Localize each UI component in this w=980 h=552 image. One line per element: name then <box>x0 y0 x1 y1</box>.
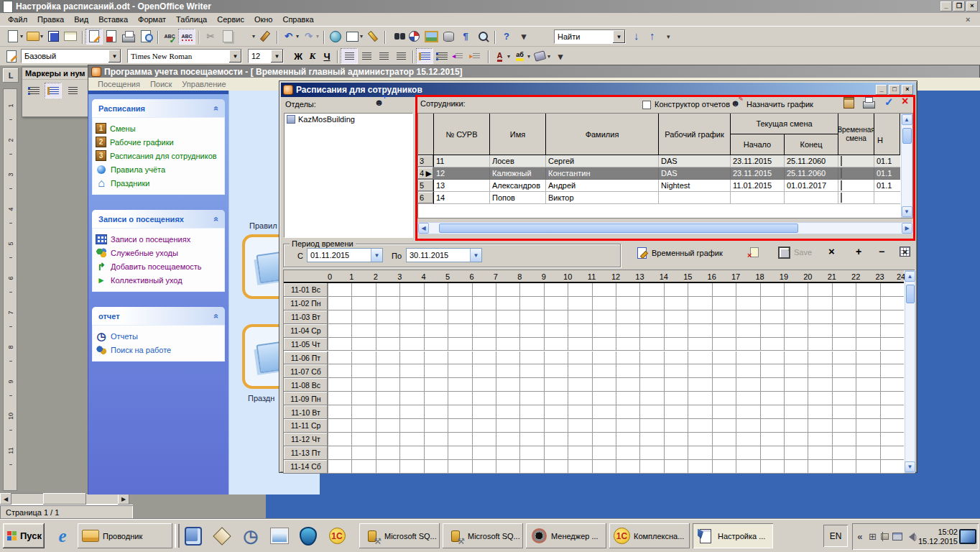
row-number-cell[interactable]: 5 <box>418 180 434 192</box>
temp-column-header[interactable]: Временная смена <box>838 114 874 155</box>
period-from-datepicker[interactable]: 01.11.2015▼ <box>307 248 383 262</box>
table-row[interactable]: 513АлександровАндрейNightest11.01.201501… <box>418 180 900 192</box>
table-cell[interactable] <box>785 192 838 204</box>
align-left-icon[interactable] <box>64 83 81 98</box>
horizontal-scrollbar[interactable]: ◀ ▶ <box>0 493 129 505</box>
table-cell[interactable] <box>731 192 785 204</box>
column-header[interactable]: № СУРВ <box>434 114 490 155</box>
sidebar-item[interactable]: ►Коллективный уход <box>96 273 221 287</box>
scroll-left-icon[interactable]: ◀ <box>0 493 11 505</box>
table-row[interactable]: 311ЛосевСергейDAS23.11.201525.11.206001.… <box>418 155 900 167</box>
autospellcheck-icon[interactable] <box>178 29 195 45</box>
column-header[interactable]: Имя <box>490 114 546 155</box>
group-column-header[interactable]: Текущая смена <box>731 114 838 134</box>
sidebar-item[interactable]: Правила учёта <box>96 162 221 176</box>
day-row-header[interactable]: 11-14 Сб <box>284 460 328 474</box>
bullets-icon[interactable] <box>25 83 42 98</box>
day-row[interactable] <box>328 297 904 310</box>
sign-pen-icon[interactable] <box>210 525 234 547</box>
dropdown-icon[interactable]: ▼ <box>371 249 382 262</box>
day-row[interactable] <box>328 364 904 378</box>
sub-column-header[interactable]: Начало <box>731 134 785 155</box>
bold-button[interactable]: Ж <box>291 51 305 62</box>
tray-collapse-icon[interactable]: « <box>854 530 866 543</box>
align-right-icon[interactable] <box>375 48 392 64</box>
sub-column-header[interactable]: Конец <box>785 134 838 155</box>
find-replace-icon[interactable] <box>388 29 405 45</box>
data-sources-icon[interactable] <box>440 29 457 45</box>
dropdown-icon[interactable]: ▼ <box>229 50 241 63</box>
language-indicator[interactable]: EN <box>823 525 848 547</box>
row-number-cell[interactable]: 6 <box>418 192 434 204</box>
help-icon[interactable]: ? <box>498 29 515 45</box>
table-cell[interactable]: 23.11.2015 <box>731 167 785 180</box>
delete-schedule-icon[interactable] <box>748 247 760 258</box>
edit-file-icon[interactable] <box>85 29 103 45</box>
day-row-header[interactable]: 11-09 Пн <box>284 392 328 405</box>
find-previous-icon[interactable]: ↑ <box>650 29 655 42</box>
dropdown-icon[interactable]: ▼ <box>271 50 283 63</box>
writer-menu-item[interactable]: Файл <box>3 14 32 25</box>
table-horizontal-scrollbar[interactable]: ◀ ▶ <box>417 222 913 234</box>
minimize-icon[interactable]: _ <box>940 1 952 12</box>
remove-calendar-icon[interactable] <box>899 246 911 257</box>
add-plus-icon[interactable]: + <box>856 246 861 257</box>
task-button[interactable]: Менеджер ... <box>526 523 606 548</box>
table-cell[interactable]: Nightest <box>659 180 731 192</box>
day-row[interactable] <box>328 433 904 446</box>
sidebar-section-header[interactable]: Расписания» <box>92 99 225 117</box>
justify-icon[interactable] <box>392 48 410 64</box>
clone-formatting-icon[interactable] <box>256 29 274 45</box>
toolbar-options-icon[interactable]: ▾ <box>552 48 569 64</box>
id-card-icon[interactable] <box>843 97 855 109</box>
toolbar-options-icon[interactable]: ▾ <box>515 29 532 45</box>
dropdown-icon[interactable]: ▼ <box>470 249 481 262</box>
temp-shift-checkbox[interactable] <box>841 180 842 190</box>
departments-listbox[interactable]: KazMosBuilding <box>284 113 413 238</box>
redo-icon[interactable]: ↷▾ <box>300 29 320 45</box>
sidebar-item[interactable]: 3Расписания для сотрудников <box>96 149 221 162</box>
italic-button[interactable]: К <box>305 50 320 62</box>
undo-icon[interactable]: ↶▾ <box>280 29 300 45</box>
temp-shift-cell[interactable] <box>838 192 874 204</box>
writer-menu-item[interactable]: Формат <box>133 14 171 25</box>
volume-icon[interactable] <box>905 530 917 543</box>
sidebar-item[interactable]: Служебные уходы <box>96 246 221 259</box>
table-cell[interactable]: 01.01.2017 <box>785 180 838 192</box>
day-row[interactable] <box>328 283 904 297</box>
table-cell[interactable]: Сергей <box>546 155 659 167</box>
table-cell[interactable]: 01.1 <box>874 155 900 167</box>
day-row[interactable] <box>328 392 904 405</box>
window-panes-icon[interactable]: ⊞ <box>867 530 879 543</box>
numbering-icon[interactable] <box>416 48 433 64</box>
cut-icon[interactable]: ✂ <box>202 29 219 45</box>
spellcheck-icon[interactable] <box>161 29 178 45</box>
styles-icon[interactable] <box>4 50 18 63</box>
font-color-icon[interactable]: ▾ <box>491 48 512 64</box>
table-cell[interactable]: 25.11.2060 <box>785 155 838 167</box>
day-row[interactable] <box>328 351 904 365</box>
temp-shift-cell[interactable] <box>838 180 874 192</box>
align-left-icon[interactable] <box>341 48 358 64</box>
day-row[interactable] <box>328 446 904 460</box>
taskbar-grip[interactable] <box>175 524 180 548</box>
day-row[interactable] <box>328 338 904 351</box>
grid-vertical-scrollbar[interactable]: ▲ ▼ <box>905 270 915 473</box>
table-cell[interactable]: 25.11.2060 <box>785 167 838 180</box>
table-cell[interactable]: DAS <box>659 167 731 180</box>
blue-app-icon[interactable] <box>181 525 205 547</box>
scroll-thumb[interactable] <box>902 128 912 144</box>
remote-monitor-icon[interactable] <box>959 528 976 546</box>
department-list-item[interactable]: KazMosBuilding <box>285 114 412 125</box>
print-icon[interactable] <box>863 97 875 109</box>
open-icon[interactable]: ▾ <box>24 29 45 45</box>
table-cell[interactable]: 14 <box>434 192 490 204</box>
day-row-header[interactable]: 11-05 Чт <box>284 338 328 351</box>
clock-icon[interactable] <box>239 525 263 547</box>
app-menu-item[interactable]: Управление <box>177 78 231 90</box>
day-row[interactable] <box>328 310 904 324</box>
table-cell[interactable]: Виктор <box>546 192 659 204</box>
hyperlink-icon[interactable] <box>327 29 344 45</box>
scroll-right-icon[interactable]: ▶ <box>902 223 912 234</box>
day-row-header[interactable]: 11-01 Вс <box>284 283 328 297</box>
